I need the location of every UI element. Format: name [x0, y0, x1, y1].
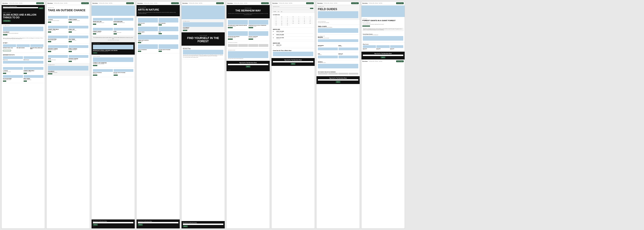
signup-btn-8[interactable]: Sign Up	[336, 81, 340, 83]
instagram-icon[interactable]: ●	[94, 226, 94, 227]
filter-type[interactable]: Type	[280, 11, 283, 12]
social-icon-6b[interactable]: ●	[229, 69, 229, 70]
signup-email-6[interactable]	[228, 64, 268, 65]
signup-input-4[interactable]	[138, 222, 178, 223]
cal-date[interactable]: 15	[273, 21, 279, 22]
facebook-icon-4[interactable]: ●	[138, 226, 138, 227]
nav-link[interactable]: The Bernheim Way	[9, 3, 15, 4]
nav-link[interactable]: Big Ideas	[375, 61, 378, 62]
cal-date[interactable]: 16	[279, 21, 284, 22]
signup-btn-3[interactable]: Sign Up	[93, 224, 98, 226]
cal-date[interactable]: 14	[307, 20, 313, 21]
cal-date[interactable]: 3	[284, 18, 290, 19]
signup-btn-5[interactable]: Sign Up	[183, 226, 188, 227]
colorfest-btn-5[interactable]: Learn More	[183, 30, 187, 31]
nav-cta-btn-2[interactable]: Connect & Support	[81, 2, 89, 4]
nav-cta-btn[interactable]: Connect & Support	[36, 2, 44, 4]
signup-btn-9[interactable]: Sign Up	[381, 56, 386, 58]
nav-link[interactable]: The Bernheim Way	[278, 3, 284, 4]
nav-link[interactable]: Big Ideas	[195, 3, 198, 4]
cal-date[interactable]: 13	[302, 20, 307, 21]
cal-date[interactable]: 2	[279, 18, 284, 19]
nav-link[interactable]: Big Ideas	[105, 3, 108, 4]
nav-cta-btn-7[interactable]: Connect & Support	[306, 2, 314, 4]
cal-date[interactable]: 21	[307, 21, 313, 22]
cal-date[interactable]: 28	[307, 23, 313, 24]
search-btn[interactable]: Search	[310, 8, 313, 9]
nav-link[interactable]: Visit & More	[379, 3, 382, 4]
cal-date[interactable]: 7	[307, 18, 313, 19]
nav-link[interactable]: The Bernheim Way	[54, 3, 60, 4]
filter-date[interactable]: Date	[277, 11, 280, 12]
nav-link[interactable]: Big Ideas	[240, 3, 243, 4]
cal-date[interactable]: 30	[279, 24, 284, 26]
fg-cta-btn[interactable]: Discover Current Events	[362, 26, 370, 27]
signup-button[interactable]: Sign Up	[38, 7, 44, 9]
nav-link[interactable]: Visit & More	[289, 3, 292, 4]
nav-link[interactable]: The Bernheim Way	[144, 3, 150, 4]
cal-date[interactable]: 5	[296, 18, 302, 19]
nav-link[interactable]: Visit & More	[109, 3, 112, 4]
cal-date[interactable]: 19	[296, 21, 302, 22]
nav-link[interactable]: Visit & More	[334, 3, 338, 4]
nav-cta-btn-5[interactable]: Connect & Support	[216, 2, 224, 4]
nav-cta-btn-9[interactable]: Connect & Support	[396, 2, 404, 4]
moonlight-btn[interactable]: Learn More	[93, 52, 97, 54]
cal-date[interactable]: 24	[284, 23, 290, 24]
nav-link[interactable]: Visit & More	[64, 3, 68, 4]
cal-date[interactable]: 4	[290, 18, 296, 19]
nav-link[interactable]: Big Ideas	[330, 3, 333, 4]
nav-link[interactable]: The Bernheim Way	[324, 3, 330, 4]
nav-link[interactable]: Visit & More	[154, 3, 158, 4]
cal-date[interactable]: 29	[273, 24, 279, 26]
cal-date[interactable]: 22	[273, 23, 279, 24]
nav-link[interactable]: Big Ideas	[285, 3, 288, 4]
nav-link[interactable]: The Bernheim Way	[234, 3, 240, 4]
hero-cta[interactable]: The Nature Daily	[3, 20, 10, 22]
cal-date[interactable]: 27	[302, 23, 307, 24]
signup-email-7[interactable]	[273, 61, 313, 62]
nav-link[interactable]: Visit & More	[379, 61, 382, 62]
signup-input-5[interactable]	[183, 224, 223, 225]
cal-date[interactable]: 17	[284, 21, 290, 22]
nav-link[interactable]: Visit & More	[244, 3, 248, 4]
signup-btn-4[interactable]: Sign Up	[138, 224, 143, 226]
cal-date[interactable]: 6	[302, 18, 307, 19]
discover-events-btn[interactable]: Discover Current Events	[3, 50, 11, 52]
cal-date[interactable]: 23	[279, 23, 284, 24]
cal-date[interactable]: 26	[296, 23, 302, 24]
search-input-7[interactable]	[273, 8, 310, 9]
nav-cta-btn-8[interactable]: Connect & Support	[351, 2, 359, 4]
cal-date[interactable]: 31	[284, 24, 290, 26]
cal-date[interactable]: 25	[290, 23, 296, 24]
nav-link[interactable]: Big Ideas	[16, 3, 18, 4]
nav-link[interactable]: Big Ideas	[60, 3, 63, 4]
nav-link[interactable]: The Bernheim Way	[368, 61, 374, 62]
learn-more-btn[interactable]: Learn More	[3, 34, 7, 35]
nav-link[interactable]: The Bernheim Way	[99, 3, 105, 4]
nav-link[interactable]: The Bernheim Way	[189, 3, 194, 4]
nav-link[interactable]: Big Ideas	[375, 3, 378, 4]
facebook-icon[interactable]: ●	[93, 226, 94, 227]
signup-input-3[interactable]	[93, 222, 133, 223]
nav-link[interactable]: Visit & More	[19, 3, 22, 4]
nav-link[interactable]: The Bernheim Way	[368, 3, 374, 4]
cal-date[interactable]: 1	[273, 18, 279, 19]
instagram-icon-4[interactable]: ●	[139, 226, 139, 227]
nav-cta-btn-4[interactable]: Connect & Support	[171, 2, 179, 4]
cal-date[interactable]: 12	[296, 20, 302, 21]
signup-email-8[interactable]	[318, 79, 358, 80]
social-icon-6[interactable]: ●	[228, 69, 228, 70]
cal-date[interactable]: 11	[290, 20, 296, 21]
cal-date[interactable]: 20	[302, 21, 307, 22]
cal-date[interactable]: 18	[290, 21, 296, 22]
signup-btn-6[interactable]: Sign Up	[246, 66, 250, 68]
cal-date[interactable]: 10	[284, 20, 290, 21]
twitter-icon[interactable]: ●	[95, 226, 95, 227]
nav-link[interactable]: Visit & More	[199, 3, 202, 4]
cal-date[interactable]: 9	[279, 20, 284, 21]
signup-btn-7[interactable]: Sign Up	[291, 63, 296, 65]
connect-btn[interactable]: Learn More	[93, 65, 97, 66]
nav-cta-btn-3[interactable]: Connect & Support	[126, 2, 134, 4]
nav-cta-btn-6[interactable]: Connect & Support	[261, 2, 269, 4]
